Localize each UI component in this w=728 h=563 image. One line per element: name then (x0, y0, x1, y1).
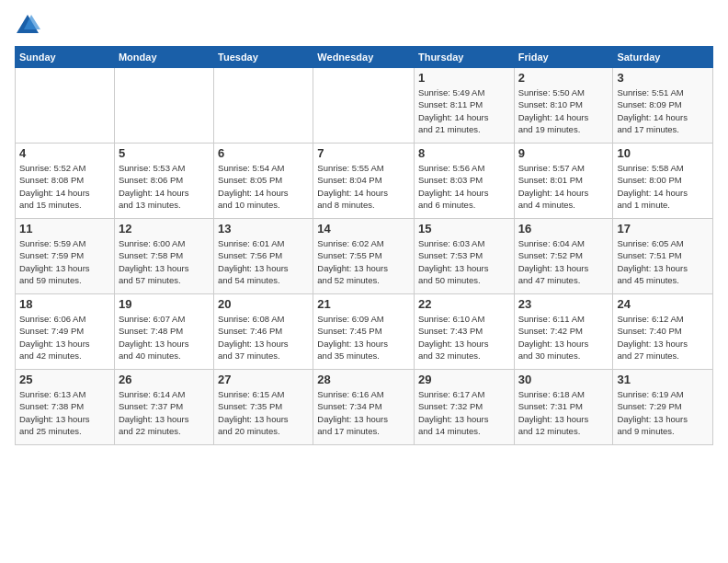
day-header-saturday: Saturday (613, 47, 713, 68)
day-info: Sunrise: 6:03 AM Sunset: 7:53 PM Dayligh… (418, 237, 510, 286)
day-number: 26 (119, 373, 210, 386)
calendar-cell: 12Sunrise: 6:00 AM Sunset: 7:58 PM Dayli… (114, 219, 213, 294)
day-info: Sunrise: 5:53 AM Sunset: 8:06 PM Dayligh… (119, 162, 210, 211)
day-number: 4 (19, 146, 110, 160)
day-number: 18 (19, 297, 110, 311)
day-header-thursday: Thursday (414, 47, 514, 68)
day-number: 20 (218, 297, 309, 311)
header (15, 11, 713, 37)
day-number: 16 (518, 222, 609, 236)
day-info: Sunrise: 5:59 AM Sunset: 7:59 PM Dayligh… (19, 237, 110, 286)
day-info: Sunrise: 5:54 AM Sunset: 8:05 PM Dayligh… (218, 162, 309, 211)
day-header-sunday: Sunday (16, 47, 115, 68)
calendar-cell: 2Sunrise: 5:50 AM Sunset: 8:10 PM Daylig… (514, 68, 613, 144)
day-number: 8 (418, 146, 510, 160)
calendar-page: SundayMondayTuesdayWednesdayThursdayFrid… (0, 0, 728, 453)
day-info: Sunrise: 5:50 AM Sunset: 8:10 PM Dayligh… (518, 86, 609, 135)
day-number: 1 (418, 71, 510, 85)
day-number: 31 (617, 373, 709, 386)
day-header-monday: Monday (114, 47, 213, 68)
day-number: 9 (518, 146, 609, 160)
day-info: Sunrise: 5:57 AM Sunset: 8:01 PM Dayligh… (518, 162, 609, 211)
calendar-week-4: 18Sunrise: 6:06 AM Sunset: 7:49 PM Dayli… (16, 294, 713, 370)
calendar-cell: 17Sunrise: 6:05 AM Sunset: 7:51 PM Dayli… (613, 219, 713, 294)
day-info: Sunrise: 6:13 AM Sunset: 7:38 PM Dayligh… (19, 388, 110, 437)
day-header-tuesday: Tuesday (214, 47, 313, 68)
calendar-cell: 29Sunrise: 6:17 AM Sunset: 7:32 PM Dayli… (414, 370, 514, 445)
day-number: 2 (518, 71, 609, 85)
calendar-cell: 21Sunrise: 6:09 AM Sunset: 7:45 PM Dayli… (313, 294, 415, 370)
day-info: Sunrise: 6:08 AM Sunset: 7:46 PM Dayligh… (218, 313, 309, 362)
day-info: Sunrise: 6:15 AM Sunset: 7:35 PM Dayligh… (218, 388, 309, 437)
calendar-cell: 14Sunrise: 6:02 AM Sunset: 7:55 PM Dayli… (313, 219, 415, 294)
logo-icon (15, 11, 40, 37)
day-header-friday: Friday (514, 47, 613, 68)
calendar-cell: 6Sunrise: 5:54 AM Sunset: 8:05 PM Daylig… (214, 144, 313, 219)
day-info: Sunrise: 6:04 AM Sunset: 7:52 PM Dayligh… (518, 237, 609, 286)
calendar-cell (114, 68, 213, 144)
day-header-wednesday: Wednesday (313, 47, 415, 68)
calendar-week-3: 11Sunrise: 5:59 AM Sunset: 7:59 PM Dayli… (16, 219, 713, 294)
day-info: Sunrise: 6:00 AM Sunset: 7:58 PM Dayligh… (119, 237, 210, 286)
calendar-cell: 27Sunrise: 6:15 AM Sunset: 7:35 PM Dayli… (214, 370, 313, 445)
day-info: Sunrise: 5:49 AM Sunset: 8:11 PM Dayligh… (418, 86, 510, 135)
calendar-cell: 13Sunrise: 6:01 AM Sunset: 7:56 PM Dayli… (214, 219, 313, 294)
calendar-cell: 1Sunrise: 5:49 AM Sunset: 8:11 PM Daylig… (414, 68, 514, 144)
day-number: 5 (119, 146, 210, 160)
day-number: 29 (418, 373, 510, 386)
calendar-cell (313, 68, 415, 144)
day-number: 17 (617, 222, 709, 236)
day-info: Sunrise: 6:17 AM Sunset: 7:32 PM Dayligh… (418, 388, 510, 437)
calendar-table: SundayMondayTuesdayWednesdayThursdayFrid… (15, 46, 713, 445)
calendar-body: 1Sunrise: 5:49 AM Sunset: 8:11 PM Daylig… (16, 68, 713, 445)
calendar-cell: 20Sunrise: 6:08 AM Sunset: 7:46 PM Dayli… (214, 294, 313, 370)
day-number: 7 (317, 146, 410, 160)
day-number: 13 (218, 222, 309, 236)
day-info: Sunrise: 6:05 AM Sunset: 7:51 PM Dayligh… (617, 237, 709, 286)
calendar-cell: 25Sunrise: 6:13 AM Sunset: 7:38 PM Dayli… (16, 370, 115, 445)
calendar-cell: 15Sunrise: 6:03 AM Sunset: 7:53 PM Dayli… (414, 219, 514, 294)
calendar-cell (214, 68, 313, 144)
day-number: 30 (518, 373, 609, 386)
day-number: 24 (617, 297, 709, 311)
calendar-header-row: SundayMondayTuesdayWednesdayThursdayFrid… (16, 47, 713, 68)
day-info: Sunrise: 6:07 AM Sunset: 7:48 PM Dayligh… (119, 313, 210, 362)
day-info: Sunrise: 6:02 AM Sunset: 7:55 PM Dayligh… (317, 237, 410, 286)
day-number: 25 (19, 373, 110, 386)
day-number: 19 (119, 297, 210, 311)
calendar-cell (16, 68, 115, 144)
day-number: 3 (617, 71, 709, 85)
calendar-cell: 19Sunrise: 6:07 AM Sunset: 7:48 PM Dayli… (114, 294, 213, 370)
day-info: Sunrise: 5:52 AM Sunset: 8:08 PM Dayligh… (19, 162, 110, 211)
calendar-cell: 8Sunrise: 5:56 AM Sunset: 8:03 PM Daylig… (414, 144, 514, 219)
day-number: 10 (617, 146, 709, 160)
day-number: 12 (119, 222, 210, 236)
day-info: Sunrise: 5:56 AM Sunset: 8:03 PM Dayligh… (418, 162, 510, 211)
day-number: 22 (418, 297, 510, 311)
calendar-cell: 24Sunrise: 6:12 AM Sunset: 7:40 PM Dayli… (613, 294, 713, 370)
calendar-cell: 5Sunrise: 5:53 AM Sunset: 8:06 PM Daylig… (114, 144, 213, 219)
day-number: 27 (218, 373, 309, 386)
day-info: Sunrise: 6:19 AM Sunset: 7:29 PM Dayligh… (617, 388, 709, 437)
day-info: Sunrise: 5:55 AM Sunset: 8:04 PM Dayligh… (317, 162, 410, 211)
day-number: 15 (418, 222, 510, 236)
day-info: Sunrise: 6:11 AM Sunset: 7:42 PM Dayligh… (518, 313, 609, 362)
calendar-cell: 11Sunrise: 5:59 AM Sunset: 7:59 PM Dayli… (16, 219, 115, 294)
calendar-cell: 10Sunrise: 5:58 AM Sunset: 8:00 PM Dayli… (613, 144, 713, 219)
day-number: 21 (317, 297, 410, 311)
calendar-cell: 22Sunrise: 6:10 AM Sunset: 7:43 PM Dayli… (414, 294, 514, 370)
day-info: Sunrise: 6:06 AM Sunset: 7:49 PM Dayligh… (19, 313, 110, 362)
calendar-cell: 23Sunrise: 6:11 AM Sunset: 7:42 PM Dayli… (514, 294, 613, 370)
calendar-cell: 26Sunrise: 6:14 AM Sunset: 7:37 PM Dayli… (114, 370, 213, 445)
day-info: Sunrise: 6:16 AM Sunset: 7:34 PM Dayligh… (317, 388, 410, 437)
day-info: Sunrise: 5:51 AM Sunset: 8:09 PM Dayligh… (617, 86, 709, 135)
day-info: Sunrise: 6:09 AM Sunset: 7:45 PM Dayligh… (317, 313, 410, 362)
calendar-cell: 7Sunrise: 5:55 AM Sunset: 8:04 PM Daylig… (313, 144, 415, 219)
day-info: Sunrise: 5:58 AM Sunset: 8:00 PM Dayligh… (617, 162, 709, 211)
calendar-cell: 28Sunrise: 6:16 AM Sunset: 7:34 PM Dayli… (313, 370, 415, 445)
day-info: Sunrise: 6:01 AM Sunset: 7:56 PM Dayligh… (218, 237, 309, 286)
calendar-week-5: 25Sunrise: 6:13 AM Sunset: 7:38 PM Dayli… (16, 370, 713, 445)
calendar-cell: 31Sunrise: 6:19 AM Sunset: 7:29 PM Dayli… (613, 370, 713, 445)
day-number: 23 (518, 297, 609, 311)
day-info: Sunrise: 6:10 AM Sunset: 7:43 PM Dayligh… (418, 313, 510, 362)
